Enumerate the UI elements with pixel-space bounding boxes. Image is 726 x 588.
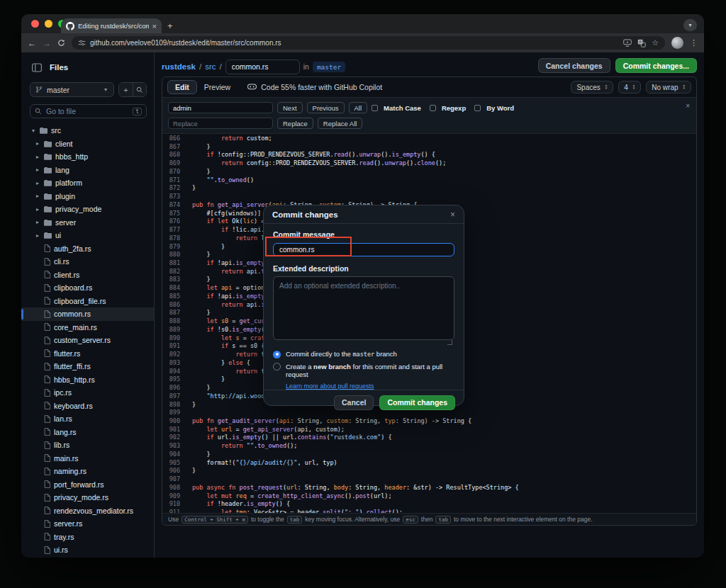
file-item-auth_2fa.rs[interactable]: auth_2fa.rs <box>21 242 154 256</box>
new-branch-option[interactable]: Create a new branch for this commit and … <box>273 363 454 378</box>
tab-search-button[interactable]: ▾ <box>683 19 697 31</box>
replace-input[interactable] <box>168 118 273 129</box>
translate-icon[interactable]: A <box>637 39 646 47</box>
new-tab-button[interactable]: + <box>167 21 173 31</box>
search-files-button[interactable] <box>133 83 146 96</box>
radio-selected-icon[interactable] <box>273 351 281 358</box>
file-item-server.rs[interactable]: server.rs <box>21 517 154 531</box>
file-item-hbbs_http.rs[interactable]: hbbs_http.rs <box>21 373 154 387</box>
line-number: 871 <box>162 176 180 185</box>
new-file-button[interactable]: + <box>119 83 133 96</box>
file-item-rendezvous_mediator.rs[interactable]: rendezvous_mediator.rs <box>21 504 154 518</box>
line-number: 899 <box>162 409 180 417</box>
browser-menu-icon[interactable]: ⋮ <box>690 38 698 47</box>
commit-message-input[interactable] <box>273 243 454 256</box>
tree-item-label: keyboard.rs <box>54 402 93 410</box>
github-favicon <box>66 22 74 30</box>
find-next-button[interactable]: Next <box>277 102 303 113</box>
folder-item-client[interactable]: ▸client <box>21 137 154 151</box>
textarea-resize-grip[interactable] <box>447 340 452 345</box>
url-bar[interactable]: github.com/veelove0109/rustdesk/edit/mas… <box>72 36 665 50</box>
find-all-button[interactable]: All <box>349 102 368 113</box>
tab-close-icon[interactable]: × <box>152 22 157 30</box>
folder-item-platform[interactable]: ▸platform <box>21 176 154 190</box>
bookmark-star-icon[interactable]: ☆ <box>652 38 659 47</box>
collapse-sidebar-icon[interactable] <box>30 61 44 74</box>
file-item-lan.rs[interactable]: lan.rs <box>21 412 154 426</box>
file-item-flutter_ffi.rs[interactable]: flutter_ffi.rs <box>21 360 154 373</box>
regexp-checkbox[interactable] <box>430 105 436 111</box>
filename-input[interactable] <box>225 60 300 74</box>
site-settings-icon[interactable] <box>78 39 86 47</box>
commit-direct-option[interactable]: Commit directly to the master branch <box>273 350 454 358</box>
find-input[interactable] <box>168 102 273 113</box>
forward-icon[interactable]: → <box>43 39 51 47</box>
extended-description-textarea[interactable] <box>273 276 454 340</box>
file-item-common.rs[interactable]: common.rs <box>21 307 154 321</box>
dialog-cancel-button[interactable]: Cancel <box>334 395 374 410</box>
by-word-checkbox[interactable] <box>474 105 481 111</box>
file-icon <box>44 428 50 436</box>
replace-all-button[interactable]: Replace All <box>318 118 363 129</box>
wrap-mode-select[interactable]: No wrap▲▼ <box>646 81 691 94</box>
close-dialog-icon[interactable]: × <box>450 210 455 220</box>
file-item-port_forward.rs[interactable]: port_forward.rs <box>21 478 154 492</box>
file-item-main.rs[interactable]: main.rs <box>21 452 154 465</box>
file-item-core_main.rs[interactable]: core_main.rs <box>21 321 154 334</box>
go-to-file-input[interactable]: Go to file t <box>30 104 147 118</box>
profile-avatar[interactable] <box>671 37 683 49</box>
browser-tab[interactable]: Editing rustdesk/src/common × <box>61 18 162 33</box>
close-find-icon[interactable]: × <box>686 102 690 110</box>
indent-mode-select[interactable]: Spaces▲▼ <box>571 81 613 94</box>
file-item-privacy_mode.rs[interactable]: privacy_mode.rs <box>21 491 154 504</box>
tab-edit[interactable]: Edit <box>167 80 197 94</box>
file-item-ui_cm_interface.rs[interactable]: ui_cm_interface.rs <box>21 557 154 558</box>
back-icon[interactable]: ← <box>28 39 36 47</box>
folder-item-plugin[interactable]: ▸plugin <box>21 190 154 203</box>
file-item-cli.rs[interactable]: cli.rs <box>21 255 154 268</box>
folder-item-hbbs_http[interactable]: ▸hbbs_http <box>21 150 154 164</box>
match-case-checkbox[interactable] <box>372 105 378 111</box>
hint-text: to toggle the <box>251 516 284 523</box>
radio-unselected-icon[interactable] <box>273 363 281 371</box>
file-item-naming.rs[interactable]: naming.rs <box>21 465 154 478</box>
file-icon <box>44 297 50 305</box>
minimize-window-button[interactable] <box>45 20 52 28</box>
file-item-client.rs[interactable]: client.rs <box>21 268 154 282</box>
send-to-device-icon[interactable] <box>623 39 632 47</box>
branch-selector[interactable]: master ▾ <box>30 82 114 97</box>
file-item-custom_server.rs[interactable]: custom_server.rs <box>21 334 154 347</box>
indent-size-select[interactable]: 4▲▼ <box>618 81 641 94</box>
file-item-keyboard.rs[interactable]: keyboard.rs <box>21 400 154 413</box>
find-previous-button[interactable]: Previous <box>307 102 345 113</box>
copilot-banner[interactable]: Code 55% faster with GitHub Copilot <box>247 83 382 91</box>
tab-preview[interactable]: Preview <box>197 80 238 94</box>
key-chip: tab <box>287 516 303 524</box>
file-item-clipboard_file.rs[interactable]: clipboard_file.rs <box>21 295 154 308</box>
close-window-button[interactable] <box>31 20 39 28</box>
commit-dialog: Commit changes × Commit message Extended… <box>263 205 464 406</box>
file-item-lang.rs[interactable]: lang.rs <box>21 426 154 439</box>
reload-icon[interactable] <box>57 39 65 47</box>
code-line: 870 } <box>162 168 696 176</box>
cancel-changes-button[interactable]: Cancel changes <box>538 58 610 73</box>
breadcrumb-repo[interactable]: rustdesk <box>162 62 196 71</box>
file-item-clipboard.rs[interactable]: clipboard.rs <box>21 281 154 295</box>
file-item-ipc.rs[interactable]: ipc.rs <box>21 386 154 400</box>
file-item-lib.rs[interactable]: lib.rs <box>21 439 154 452</box>
file-item-ui.rs[interactable]: ui.rs <box>21 543 154 557</box>
file-icon <box>44 480 50 488</box>
file-item-flutter.rs[interactable]: flutter.rs <box>21 347 154 361</box>
search-icon <box>35 108 42 115</box>
replace-button[interactable]: Replace <box>277 118 313 129</box>
learn-more-link[interactable]: Learn more about pull requests <box>286 383 454 390</box>
folder-item-ui[interactable]: ▸ui <box>21 229 154 242</box>
file-item-tray.rs[interactable]: tray.rs <box>21 531 154 544</box>
folder-item-lang[interactable]: ▸lang <box>21 164 154 177</box>
dialog-commit-button[interactable]: Commit changes <box>379 395 455 410</box>
folder-item-src[interactable]: ▾src <box>21 124 154 137</box>
breadcrumb-dir[interactable]: src <box>205 62 216 71</box>
folder-item-server[interactable]: ▸server <box>21 216 154 230</box>
commit-changes-button[interactable]: Commit changes... <box>615 58 697 73</box>
folder-item-privacy_mode[interactable]: ▸privacy_mode <box>21 203 154 216</box>
